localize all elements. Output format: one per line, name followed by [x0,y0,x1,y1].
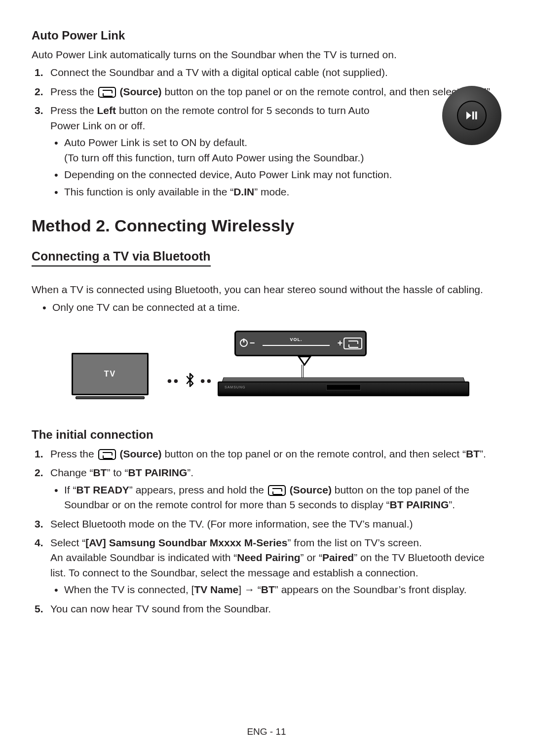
source-label: (Source) [119,448,161,459]
bullet-text-part: ” appears on the Soundbar’s front displa… [275,584,467,595]
step-number: 1. [35,447,43,461]
btready-label: BT READY [76,484,129,495]
bt-label: BT [261,584,275,595]
bt-label: BT [93,467,107,478]
step-3: 3. Press the Left button on the remote c… [50,103,501,199]
volume-minus: − [249,338,256,348]
step-text-part: Press the [50,105,97,116]
din-label: D.IN [233,186,254,197]
step-number: 4. [35,535,43,550]
tv-label: TV [104,370,116,378]
step-text-part: Select “ [50,537,85,548]
soundbar-top-panel: − VOL. + [234,331,367,356]
bullet-item: This function is only available in the “… [64,185,501,199]
step-number: 2. [35,84,43,99]
bullet-item: Auto Power Link is set to ON by default.… [64,135,501,165]
tv-screen: TV [72,353,149,395]
bullet-text-part: If “ [64,484,76,495]
soundbar-display [326,384,361,390]
soundbar-brand: SAMSUNG [225,385,245,389]
bullet-item: Only one TV can be connected at a time. [52,300,501,315]
bullet-text-part: ”. [449,499,455,510]
volume-plus: + [337,338,343,348]
source-icon [268,485,286,496]
source-icon [98,87,116,98]
svg-marker-0 [466,112,471,119]
bullet-text-part: ” appears, press and hold the [129,484,267,495]
auto-power-link-intro: Auto Power Link automatically turns on t… [32,47,501,62]
step-3: 3. Select Bluetooth mode on the TV. (For… [50,517,501,531]
bullet-item: Depending on the connected device, Auto … [64,167,501,182]
step-5: 5. You can now hear TV sound from the So… [50,602,501,616]
step-text: Connect the Soundbar and a TV with a dig… [50,67,388,78]
step-number: 3. [35,517,43,531]
method-2-heading: Method 2. Connecting Wirelessly [32,216,501,235]
dots: •• [167,373,180,388]
bluetooth-subheading: Connecting a TV via Bluetooth [32,249,211,266]
step-text-part: button on the top panel or on the remote… [164,448,466,459]
bullet-text-part: This function is only available in the “ [64,186,233,197]
step-1: 1. Connect the Soundbar and a TV with a … [50,65,501,80]
step-text: You can now hear TV sound from the Sound… [50,603,271,614]
bullet-text-part: ] → “ [238,584,261,595]
bluetooth-indicator: •• •• [165,373,215,391]
callout-arrow [298,356,311,366]
source-icon [98,449,116,460]
step-number: 2. [35,465,43,480]
play-pause-icon [466,112,477,119]
device-name: [AV] Samsung Soundbar Mxxxx M-Series [85,537,287,548]
step-number: 5. [35,602,43,616]
initial-connection-heading: The initial connection [32,428,501,442]
step-text-part: ” from the list on TV’s screen. [287,537,421,548]
volume-label: VOL. [260,337,333,342]
bullet-text: (To turn off this function, turn off Aut… [64,152,364,163]
tv-stand [76,396,145,399]
step-1: 1. Press the (Source) button on the top … [50,447,501,461]
initial-connection-steps: 1. Press the (Source) button on the top … [32,447,501,616]
need-pairing-label: Need Pairing [237,552,300,563]
step-text-part: ”. [187,467,193,478]
step-4: 4. Select “[AV] Samsung Soundbar Mxxxx M… [50,535,501,598]
power-icon [239,338,249,349]
svg-rect-1 [472,112,474,119]
dots: •• [200,373,213,388]
btpairing-label: BT PAIRING [128,467,188,478]
step-2: 2. Change “BT” to “BT PAIRING”. If “BT R… [50,465,501,512]
step-text-part: ” to “ [107,467,128,478]
bullet-text: Auto Power Link is set to ON by default. [64,137,247,148]
volume-bar: VOL. [260,340,333,347]
volume-track [263,345,330,346]
bluetooth-icon [185,373,195,391]
step-text-part: Change “ [50,467,93,478]
tv-figure: TV [72,353,149,401]
tvname-label: TV Name [194,584,238,595]
step-text-part: ” or “ [301,552,322,563]
auto-power-link-heading: Auto Power Link [32,29,501,42]
paired-label: Paired [322,552,354,563]
source-label: (Source) [290,484,332,495]
step-4-bullets: When the TV is connected, [TV Name] → “B… [50,582,501,597]
bt-label: BT [466,448,480,459]
bluetooth-notes: Only one TV can be connected at a time. [32,300,501,315]
bullet-item: When the TV is connected, [TV Name] → “B… [64,582,501,597]
step-text-part: An available Soundbar is indicated with … [50,552,237,563]
step-text-part: button on the top panel or on the remote… [164,86,466,97]
btpairing-label: BT PAIRING [390,499,449,510]
bullet-text-part: When the TV is connected, [ [64,584,194,595]
dial-inner [457,101,487,130]
bluetooth-diagram: TV •• •• − VOL. + SAMSUNG [52,329,481,408]
step-3-bullets: Auto Power Link is set to ON by default.… [50,135,501,199]
step-number: 1. [35,65,43,80]
step-text-part: ”. [480,448,486,459]
step-2-bullets: If “BT READY” appears, press and hold th… [50,483,501,513]
page-number: ENG - 11 [0,726,533,737]
soundbar-figure: SAMSUNG [218,377,469,399]
step-number: 3. [35,103,43,118]
play-pause-dial-figure [442,86,501,145]
step-2: 2. Press the (Source) button on the top … [50,84,501,99]
auto-power-link-steps: 1. Connect the Soundbar and a TV with a … [32,65,501,199]
bluetooth-intro: When a TV is connected using Bluetooth, … [32,282,501,297]
step-text-part: Press the [50,448,97,459]
source-label: (Source) [119,86,161,97]
step-text: Select Bluetooth mode on the TV. (For mo… [50,518,413,529]
